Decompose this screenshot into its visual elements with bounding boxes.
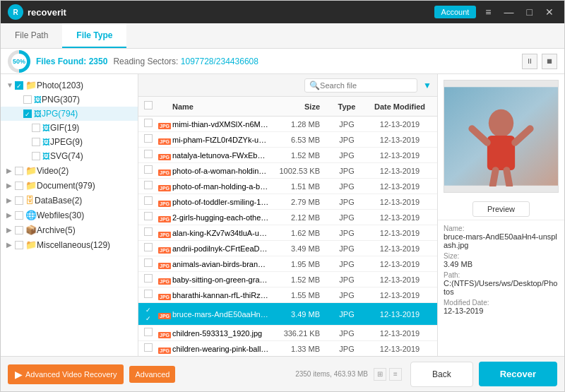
expand-arrow-database: ▶ [6, 196, 15, 204]
search-input[interactable] [320, 81, 412, 90]
jpg-file-icon: JPG [158, 232, 171, 238]
checkbox-video[interactable] [15, 167, 23, 175]
table-row[interactable]: JPG children-593313_1920.jpg 336.21 KB J… [138, 326, 437, 341]
sidebar-item-webfiles[interactable]: ▶ 🌐 Webfiles(30) [1, 208, 138, 222]
list-view-icon[interactable]: ≡ [389, 368, 402, 381]
table-row[interactable]: JPG alan-king-KZv7w34tluA-unsplash.jpg 1… [138, 225, 437, 241]
sidebar-label-document: Document(979) [37, 181, 132, 191]
table-row[interactable]: JPG baby-sitting-on-green-grass-beside-.… [138, 272, 437, 287]
file-checkbox[interactable] [144, 227, 153, 236]
file-date: 12-13-2019 [368, 120, 432, 129]
account-button[interactable]: Account [434, 6, 477, 18]
file-checkbox[interactable] [144, 212, 153, 220]
pause-button[interactable]: ⏸ [522, 54, 537, 69]
checkbox-misc[interactable] [15, 241, 23, 249]
table-row[interactable]: JPG photo-of-man-holding-a-book-92702...… [138, 179, 437, 194]
checkbox-svg[interactable] [32, 152, 40, 160]
table-row[interactable]: JPG photo-of-a-woman-holding-an-ipad-7..… [138, 163, 437, 179]
file-checkbox[interactable] [144, 196, 153, 205]
menu-button[interactable]: ≡ [482, 5, 494, 19]
tab-file-type[interactable]: File Type [62, 23, 126, 48]
stop-button[interactable]: ⏹ [542, 54, 557, 69]
preview-button[interactable]: Preview [472, 201, 530, 217]
file-list-area: 🔍 ▼ Name Size Type Date Modified JPG [138, 74, 437, 356]
sidebar-item-png[interactable]: 🖼 PNG(307) [1, 93, 138, 107]
file-checkbox[interactable] [144, 181, 153, 189]
file-checkbox[interactable] [144, 259, 153, 267]
checkbox-photo[interactable] [15, 81, 23, 90]
table-row[interactable]: JPG photo-of-toddler-smiling-1912868.jpg… [138, 194, 437, 210]
sidebar-item-database[interactable]: ▶ 🗄 DataBase(2) [1, 193, 138, 208]
file-type: JPG [326, 198, 368, 206]
file-checkbox[interactable] [144, 328, 153, 336]
table-row[interactable]: JPG andrii-podilnyk-CFrtEeaDg1I-unsplash… [138, 241, 437, 256]
file-checkbox[interactable]: ✓ [144, 305, 153, 314]
table-row[interactable]: JPG 2-girls-hugging-each-other-outdoor-.… [138, 210, 437, 225]
sidebar-item-jpg[interactable]: 🖼 JPG(794) [1, 107, 138, 121]
checkbox-jpg[interactable] [23, 109, 32, 118]
checkbox-database[interactable] [15, 196, 23, 205]
close-button[interactable]: ✕ [542, 5, 557, 19]
sidebar-item-archive[interactable]: ▶ 📦 Archive(5) [1, 222, 138, 237]
back-button[interactable]: Back [410, 362, 473, 387]
file-checkbox[interactable] [144, 274, 153, 283]
file-name: photo-of-man-holding-a-book-92702... [172, 182, 269, 191]
checkbox-jpeg[interactable] [32, 138, 40, 146]
table-row[interactable]: JPG animals-avian-birds-branch-459326.j.… [138, 256, 437, 272]
recover-button[interactable]: Recover [479, 362, 557, 386]
file-checkbox[interactable] [144, 134, 153, 143]
jpg-file-icon: JPG [158, 216, 171, 222]
checkbox-gif[interactable] [32, 124, 40, 132]
app-logo: R recoverit [8, 4, 434, 20]
file-checkbox[interactable] [144, 119, 153, 127]
tab-file-path[interactable]: File Path [1, 23, 62, 48]
checkbox-webfiles[interactable] [15, 211, 23, 220]
sidebar-label-jpg: JPG(794) [42, 109, 132, 119]
file-size: 1.52 MB [269, 151, 326, 160]
file-checkbox[interactable] [144, 290, 153, 298]
sidebar-label-misc: Miscellaneous(129) [37, 240, 132, 250]
col-header-name: Name [172, 102, 269, 111]
table-row[interactable]: JPG bharathi-kannan-rfL-thiRzDs-unsplash… [138, 287, 437, 303]
table-row[interactable]: ✓ JPG bruce-mars-AndE50aaHn4-unsplash...… [138, 303, 437, 326]
file-checkbox[interactable] [144, 150, 153, 158]
checkbox-archive[interactable] [15, 226, 23, 234]
table-row[interactable]: JPG natalya-letunova-FWxEbL34i4Y-unsp...… [138, 148, 437, 163]
checkbox-document[interactable] [15, 182, 23, 190]
advanced-video-recovery-button[interactable]: ▶ Advanced Video Recovery [8, 364, 124, 384]
select-all-checkbox[interactable] [144, 101, 153, 109]
file-name: andrii-podilnyk-CFrtEeaDg1I-unsplash... [172, 244, 269, 253]
sidebar-item-gif[interactable]: 🖼 GIF(19) [1, 121, 138, 135]
sidebar-item-video[interactable]: ▶ 📁 Video(2) [1, 163, 138, 178]
grid-view-icon[interactable]: ⊞ [374, 368, 386, 381]
minimize-button[interactable]: — [501, 5, 518, 19]
advanced-button[interactable]: Advanced [129, 366, 175, 383]
search-icon: 🔍 [309, 81, 320, 90]
sidebar-item-photo[interactable]: ▼ 📁 Photo(1203) [1, 78, 138, 93]
sidebar-item-document[interactable]: ▶ 📁 Document(979) [1, 178, 138, 193]
checkbox-png[interactable] [23, 95, 32, 104]
file-checkbox[interactable] [144, 165, 153, 174]
file-checkbox[interactable] [144, 343, 153, 352]
file-name: mi-pham-FtZL0r4DZYk-unsplash.jpg [172, 136, 269, 144]
table-row[interactable]: JPG mimi-thian-vdXMSlX-n6M-unsplash.jpg … [138, 117, 437, 132]
expand-arrow-photo: ▼ [6, 81, 15, 89]
file-checkbox[interactable] [144, 243, 153, 251]
table-row[interactable]: JPG mi-pham-FtZL0r4DZYk-unsplash.jpg 6.5… [138, 132, 437, 148]
svg-point-1 [489, 109, 513, 137]
expand-arrow-archive: ▶ [6, 226, 15, 234]
title-bar-controls: Account ≡ — □ ✕ [434, 5, 557, 19]
table-row[interactable]: JPG children-wearing-pink-ball-dress-360… [138, 341, 437, 356]
file-name: photo-of-a-woman-holding-an-ipad-7... [172, 167, 269, 175]
sidebar-item-jpeg[interactable]: 🖼 JPEG(9) [1, 135, 138, 149]
tab-bar: File Path File Type [1, 23, 564, 49]
file-type: JPG [326, 120, 368, 129]
expand-arrow-document: ▶ [6, 182, 15, 189]
sidebar-item-svg[interactable]: 🖼 SVG(74) [1, 149, 138, 163]
sidebar-item-misc[interactable]: ▶ 📁 Miscellaneous(129) [1, 237, 138, 252]
jpg-file-icon: JPG [158, 294, 171, 300]
file-size: 2.12 MB [269, 213, 326, 222]
file-date: 12-13-2019 [368, 151, 432, 160]
filter-icon[interactable]: ▼ [423, 81, 432, 90]
maximize-button[interactable]: □ [523, 5, 536, 19]
